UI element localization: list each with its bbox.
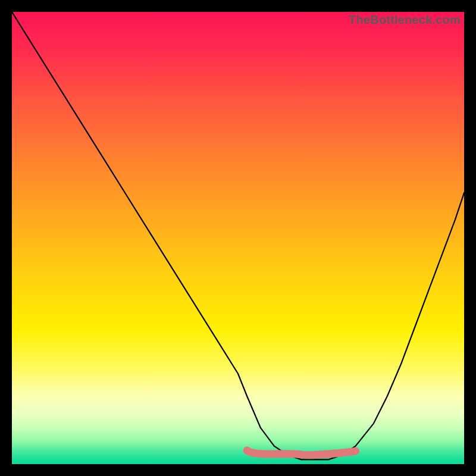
chart-frame: TheBottleneck.com xyxy=(0,0,476,476)
curve-layer xyxy=(12,12,464,464)
flat-highlight xyxy=(243,447,359,455)
main-curve xyxy=(12,12,464,459)
watermark-text: TheBottleneck.com xyxy=(349,13,461,27)
svg-point-0 xyxy=(243,447,250,454)
svg-point-1 xyxy=(352,447,359,455)
plot-area: TheBottleneck.com xyxy=(12,12,464,464)
